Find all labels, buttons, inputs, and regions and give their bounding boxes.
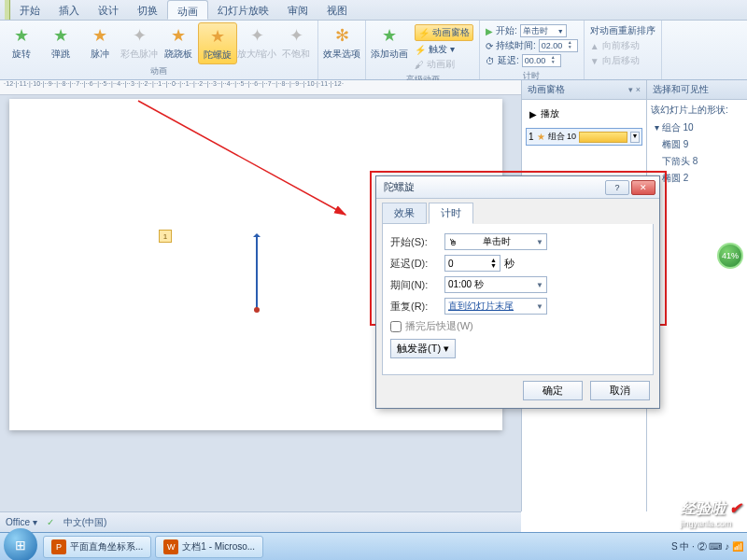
add-animation-button[interactable]: ★ 添加动画: [368, 22, 411, 73]
star-icon: ★: [206, 25, 229, 48]
ribbon-tabs: 开始 插入 设计 切换 动画 幻灯片放映 审阅 视图: [0, 0, 747, 21]
anim-彩色脉冲[interactable]: ✦彩色脉冲: [120, 22, 159, 64]
delay-spin[interactable]: 00.00▲▼: [522, 54, 561, 67]
ribbon: ★旋转★弹跳★脉冲✦彩色脉冲★跷跷板★陀螺旋✦放大/缩小✦不饱和 动画 ✻ 效果…: [0, 21, 747, 80]
play-button[interactable]: ▶ 播放: [526, 104, 642, 124]
app-icon: W: [163, 539, 178, 554]
animation-marker[interactable]: 1: [159, 230, 172, 243]
start-combo[interactable]: 单击时▼: [520, 24, 567, 37]
lang-check-icon: ✓: [47, 517, 54, 527]
cancel-button[interactable]: 取消: [590, 381, 650, 400]
ok-button[interactable]: 确定: [523, 381, 583, 400]
group-label-animation: 动画: [150, 64, 167, 78]
tab-transition[interactable]: 切换: [128, 0, 167, 20]
selection-heading: 该幻灯片上的形状:: [651, 104, 743, 117]
move-later-button: ▼ 向后移动: [590, 54, 655, 67]
dialog-tab-timing[interactable]: 计时: [429, 203, 473, 224]
star-icon: ★: [10, 24, 33, 47]
start-label: 开始:: [496, 24, 517, 37]
tab-home[interactable]: 开始: [10, 0, 49, 20]
dialog-tab-effect[interactable]: 效果: [382, 203, 427, 224]
repeat-combo[interactable]: 直到幻灯片末尾▼: [444, 298, 547, 315]
star-icon: ✦: [246, 24, 268, 47]
animation-pane-close[interactable]: ▾ ×: [628, 85, 641, 94]
item-dropdown[interactable]: ▼: [630, 132, 640, 143]
selection-pane-title: 选择和可见性: [647, 80, 747, 100]
move-earlier-button: ▲ 向前移动: [590, 39, 655, 52]
tab-review[interactable]: 审阅: [278, 0, 317, 20]
star-icon: ★: [167, 24, 190, 47]
animation-pane-button[interactable]: ⚡ 动画窗格: [415, 24, 473, 41]
shape-item[interactable]: ▾ 组合 10: [651, 119, 743, 136]
animation-item[interactable]: 1 ★ 组合 10 ▼: [526, 128, 642, 146]
effect-options-icon: ✻: [331, 24, 353, 47]
shape-arrow[interactable]: [256, 235, 258, 310]
anim-脉冲[interactable]: ★脉冲: [80, 22, 120, 64]
watermark: 经验啦 ✔ jingyanla.com: [681, 499, 741, 528]
progress-badge: 41%: [717, 243, 743, 269]
tab-insert[interactable]: 插入: [49, 0, 89, 20]
delay-field-label: 延迟(D):: [390, 257, 441, 271]
tab-animation[interactable]: 动画: [167, 0, 208, 20]
selection-pane: 选择和可见性 该幻灯片上的形状: ▾ 组合 10 椭圆 9 下箭头 8 椭圆 2: [646, 80, 747, 511]
animation-gallery[interactable]: ★旋转★弹跳★脉冲✦彩色脉冲★跷跷板★陀螺旋✦放大/缩小✦不饱和: [2, 22, 316, 64]
star-icon: ★: [89, 24, 111, 47]
status-bar: Office ▾ ✓ 中文(中国): [0, 511, 521, 532]
add-animation-icon: ★: [378, 24, 401, 47]
dialog-help-button[interactable]: ?: [605, 180, 629, 195]
duration-spin[interactable]: 02.00▲▼: [539, 39, 578, 52]
language-indicator[interactable]: 中文(中国): [63, 516, 107, 529]
delay-unit: 秒: [504, 257, 514, 271]
office-menu[interactable]: Office ▾: [6, 517, 37, 527]
taskbar-item[interactable]: P平面直角坐标系...: [43, 536, 151, 558]
dialog-close-button[interactable]: ✕: [631, 180, 655, 195]
period-field-label: 期间(N):: [390, 278, 441, 292]
duration-label: 持续时间:: [496, 39, 536, 52]
tab-view[interactable]: 视图: [317, 0, 357, 20]
start-combo[interactable]: 🖱 单击时▼: [444, 233, 547, 250]
app-icon: P: [51, 539, 66, 554]
period-combo[interactable]: 01:00 秒▼: [444, 276, 547, 293]
shape-item[interactable]: 椭圆 2: [651, 170, 743, 187]
system-tray[interactable]: S 中 · ② ⌨ ♪ 📶: [671, 540, 743, 553]
star-icon: ★: [49, 24, 72, 47]
delay-label: 延迟:: [498, 54, 519, 67]
star-icon: ✦: [285, 24, 307, 47]
taskbar-item[interactable]: W文档1 - Microso...: [155, 536, 263, 558]
anim-旋转[interactable]: ★旋转: [2, 22, 41, 64]
anim-放大/缩小[interactable]: ✦放大/缩小: [237, 22, 276, 64]
shape-item[interactable]: 下箭头 8: [651, 153, 743, 170]
delay-spin[interactable]: 0▲▼: [444, 255, 500, 272]
shape-pivot-dot: [254, 307, 260, 313]
anim-不饱和[interactable]: ✦不饱和: [276, 22, 316, 64]
anim-弹跳[interactable]: ★弹跳: [41, 22, 80, 64]
start-button[interactable]: ⊞: [4, 528, 37, 561]
rewind-checkbox[interactable]: 播完后快退(W): [390, 319, 645, 333]
tab-design[interactable]: 设计: [89, 0, 128, 20]
trigger-button[interactable]: 触发器(T) ▾: [390, 339, 456, 358]
animation-painter-button: 🖌 动画刷: [415, 58, 473, 71]
shape-item[interactable]: 椭圆 9: [651, 136, 743, 153]
effect-options-button[interactable]: ✻ 效果选项: [320, 22, 363, 63]
trigger-button[interactable]: ⚡ 触发 ▾: [415, 43, 473, 56]
tab-slideshow[interactable]: 幻灯片放映: [208, 0, 278, 20]
dialog-title: 陀螺旋: [384, 180, 415, 194]
star-icon: ✦: [128, 24, 150, 47]
ruler: ·12·|·11·|·10·|··9··|··8··|··7··|··6··|·…: [0, 80, 521, 95]
timeline-bar[interactable]: [579, 132, 627, 143]
animation-pane-title: 动画窗格 ▾ ×: [522, 80, 646, 100]
anim-陀螺旋[interactable]: ★陀螺旋: [198, 22, 237, 64]
repeat-field-label: 重复(R):: [390, 300, 441, 314]
taskbar: ⊞ P平面直角坐标系...W文档1 - Microso... S 中 · ② ⌨…: [0, 532, 747, 560]
spin-icon: ★: [537, 132, 545, 142]
anim-跷跷板[interactable]: ★跷跷板: [159, 22, 198, 64]
reorder-title: 对动画重新排序: [590, 24, 655, 37]
timing-dialog: 陀螺旋 ? ✕ 效果 计时 开始(S): 🖱 单击时▼ 延迟(D): 0▲▼ 秒…: [375, 175, 660, 409]
start-field-label: 开始(S):: [390, 235, 441, 249]
